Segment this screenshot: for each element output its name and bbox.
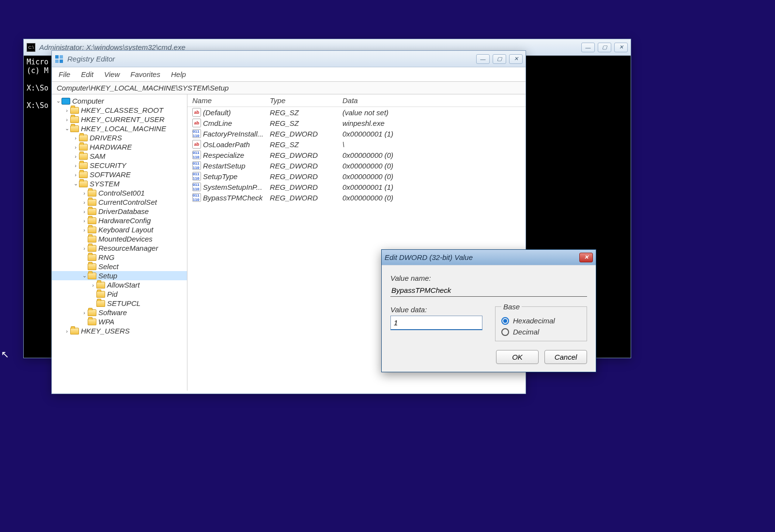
- chevron-right-icon[interactable]: ›: [81, 199, 88, 205]
- folder-icon: [88, 227, 96, 233]
- chevron-right-icon[interactable]: ›: [63, 107, 70, 113]
- list-header[interactable]: Name Type Data: [187, 94, 526, 107]
- chevron-down-icon[interactable]: ⌄: [63, 125, 70, 132]
- menu-favorites[interactable]: Favorites: [130, 70, 160, 78]
- value-row[interactable]: ab(Default)REG_SZ(value not set): [187, 107, 526, 118]
- minimize-button[interactable]: —: [581, 43, 595, 52]
- col-type[interactable]: Type: [270, 96, 342, 105]
- tree-item[interactable]: ›HKEY_USERS: [52, 326, 187, 335]
- close-button[interactable]: ✕: [509, 54, 523, 64]
- value-name: SetupType: [203, 172, 237, 181]
- tree-item[interactable]: ⌄HKEY_LOCAL_MACHINE: [52, 124, 187, 133]
- col-name[interactable]: Name: [192, 96, 270, 105]
- value-row[interactable]: 011 110FactoryPreInstall...REG_DWORD0x00…: [187, 128, 526, 139]
- chevron-right-icon[interactable]: ›: [81, 310, 88, 316]
- value-row[interactable]: 011 110SystemSetupInP...REG_DWORD0x00000…: [187, 182, 526, 192]
- string-value-icon: ab: [192, 140, 201, 149]
- chevron-right-icon[interactable]: ›: [81, 209, 88, 214]
- tree-item[interactable]: WPA: [52, 317, 187, 326]
- ok-button[interactable]: OK: [496, 350, 539, 364]
- tree-item[interactable]: ›HKEY_CLASSES_ROOT: [52, 106, 187, 115]
- tree-item[interactable]: ›SAM: [52, 152, 187, 161]
- tree-item[interactable]: ›HardwareConfig: [52, 216, 187, 225]
- tree-pane[interactable]: ⌄Computer›HKEY_CLASSES_ROOT›HKEY_CURRENT…: [52, 94, 187, 391]
- dword-value-icon: 011 110: [192, 151, 201, 159]
- value-row[interactable]: abOsLoaderPathREG_SZ\: [187, 139, 526, 150]
- tree-item[interactable]: ›CurrentControlSet: [52, 198, 187, 207]
- tree-item[interactable]: ›SOFTWARE: [52, 170, 187, 179]
- chevron-right-icon[interactable]: ›: [72, 135, 79, 141]
- chevron-right-icon[interactable]: ›: [72, 153, 79, 159]
- tree-item[interactable]: ⌄SYSTEM: [52, 179, 187, 188]
- menu-file[interactable]: File: [59, 70, 70, 78]
- value-type: REG_DWORD: [270, 194, 342, 202]
- chevron-right-icon[interactable]: ›: [81, 190, 88, 196]
- chevron-down-icon[interactable]: ⌄: [72, 181, 79, 187]
- tree-item-label: Software: [98, 308, 127, 317]
- maximize-button[interactable]: ▢: [493, 54, 506, 64]
- value-row[interactable]: 011 110RespecializeREG_DWORD0x00000000 (…: [187, 150, 526, 160]
- tree-item[interactable]: Pid: [52, 289, 187, 299]
- maximize-button[interactable]: ▢: [598, 43, 611, 52]
- value-row[interactable]: 011 110SetupTypeREG_DWORD0x00000000 (0): [187, 171, 526, 182]
- tree-item[interactable]: ›ControlSet001: [52, 188, 187, 198]
- tree-item-label: HARDWARE: [90, 143, 132, 151]
- tree-item[interactable]: ⌄Setup: [52, 271, 187, 280]
- chevron-right-icon[interactable]: ›: [72, 144, 79, 150]
- chevron-right-icon[interactable]: ›: [81, 245, 88, 251]
- svg-rect-1: [60, 55, 63, 59]
- folder-icon: [70, 116, 79, 123]
- close-button[interactable]: ✕: [579, 253, 593, 262]
- tree-item[interactable]: SETUPCL: [52, 299, 187, 308]
- radio-icon: [501, 317, 509, 325]
- chevron-right-icon[interactable]: ›: [81, 218, 88, 224]
- tree-item[interactable]: ›AllowStart: [52, 280, 187, 289]
- close-button[interactable]: ✕: [614, 43, 628, 52]
- value-row[interactable]: abCmdLineREG_SZwinpeshl.exe: [187, 118, 526, 128]
- menu-view[interactable]: View: [104, 70, 120, 78]
- radio-dec[interactable]: Decimal: [501, 328, 581, 336]
- tree-item[interactable]: ›Keyboard Layout: [52, 225, 187, 234]
- dword-value-icon: 011 110: [192, 129, 201, 138]
- value-name: CmdLine: [203, 119, 232, 127]
- value-row[interactable]: 011 110RestartSetupREG_DWORD0x00000000 (…: [187, 160, 526, 171]
- chevron-right-icon[interactable]: ›: [72, 163, 79, 168]
- value-name-field[interactable]: [390, 284, 587, 297]
- cancel-button[interactable]: Cancel: [544, 350, 587, 364]
- chevron-right-icon[interactable]: ›: [90, 282, 96, 288]
- tree-item[interactable]: ›Software: [52, 308, 187, 317]
- tree-item[interactable]: ›HARDWARE: [52, 142, 187, 152]
- tree-item[interactable]: RNG: [52, 253, 187, 262]
- value-row[interactable]: 011 110BypassTPMCheckREG_DWORD0x00000000…: [187, 192, 526, 203]
- chevron-right-icon[interactable]: ›: [63, 117, 70, 122]
- tree-item[interactable]: ›DriverDatabase: [52, 207, 187, 216]
- menu-edit[interactable]: Edit: [81, 70, 93, 78]
- chevron-right-icon[interactable]: ›: [81, 227, 88, 233]
- chevron-right-icon[interactable]: ›: [63, 328, 70, 334]
- value-data-field[interactable]: [390, 316, 482, 330]
- radio-hex[interactable]: Hexadecimal: [501, 317, 581, 325]
- chevron-down-icon[interactable]: ⌄: [55, 98, 62, 104]
- tree-item-label: AllowStart: [107, 281, 140, 289]
- tree-item[interactable]: ›HKEY_CURRENT_USER: [52, 115, 187, 124]
- values-pane[interactable]: Name Type Data ab(Default)REG_SZ(value n…: [187, 94, 526, 391]
- tree-item[interactable]: ⌄Computer: [52, 96, 187, 106]
- col-data[interactable]: Data: [342, 96, 521, 105]
- menu-help[interactable]: Help: [171, 70, 186, 78]
- chevron-down-icon[interactable]: ⌄: [81, 273, 88, 279]
- value-type: REG_DWORD: [270, 151, 342, 159]
- tree-item-label: HKEY_CLASSES_ROOT: [81, 106, 163, 114]
- folder-icon: [79, 135, 88, 141]
- tree-item-label: HKEY_LOCAL_MACHINE: [81, 124, 166, 133]
- tree-item[interactable]: ›SECURITY: [52, 161, 187, 170]
- dialog-titlebar[interactable]: Edit DWORD (32-bit) Value ✕: [382, 250, 596, 265]
- dword-value-icon: 011 110: [192, 172, 201, 181]
- tree-item[interactable]: Select: [52, 262, 187, 271]
- tree-item[interactable]: ›DRIVERS: [52, 133, 187, 142]
- tree-item[interactable]: MountedDevices: [52, 234, 187, 243]
- chevron-right-icon[interactable]: ›: [72, 172, 79, 178]
- minimize-button[interactable]: —: [476, 54, 490, 64]
- regedit-titlebar[interactable]: Registry Editor — ▢ ✕: [52, 51, 526, 67]
- address-bar[interactable]: Computer\HKEY_LOCAL_MACHINE\SYSTEM\Setup: [52, 81, 526, 94]
- tree-item[interactable]: ›ResourceManager: [52, 243, 187, 253]
